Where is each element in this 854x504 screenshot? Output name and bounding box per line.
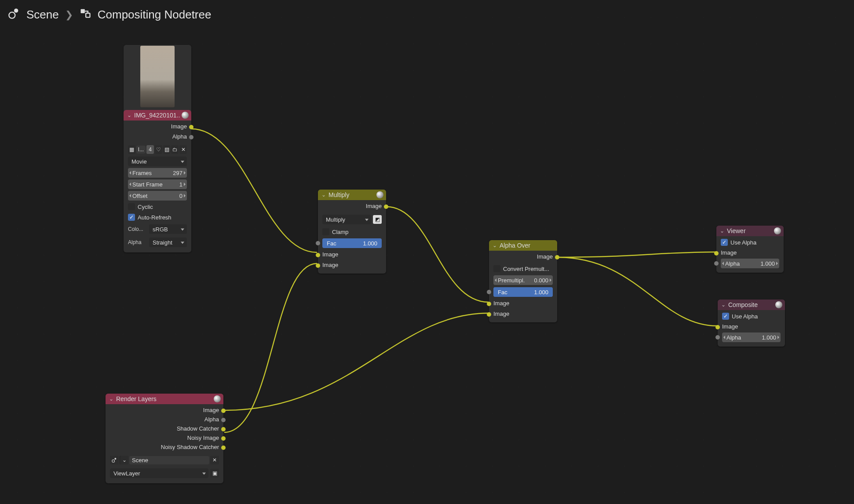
render-button-icon[interactable]: ▣ (210, 469, 219, 478)
out-image-socket[interactable] (384, 205, 388, 209)
alpha-over-node[interactable]: ⌄ Alpha Over Image Convert Premult... Pr… (489, 240, 557, 322)
alpha-label: Alpha (725, 260, 740, 267)
fake-user-icon[interactable]: ♡ (155, 145, 162, 154)
fac-socket[interactable] (487, 290, 491, 294)
collapse-toggle-icon[interactable]: ⌄ (493, 242, 497, 248)
scene-icon[interactable] (110, 456, 119, 464)
unlink-image-icon[interactable]: ✕ (179, 145, 187, 154)
node-title: IMG_942201​01.. (134, 112, 188, 119)
offset-label: Offset (132, 193, 147, 199)
node-header[interactable]: ⌄ Viewer (716, 226, 784, 236)
use-alpha-row[interactable]: ✓Use Alpha (721, 238, 779, 247)
scene-field[interactable]: Scene (129, 456, 209, 464)
clear-scene-icon[interactable]: ✕ (210, 456, 219, 464)
alpha-mode-label: Alpha (128, 239, 146, 245)
collapse-toggle-icon[interactable]: ⌄ (720, 228, 724, 234)
node-header[interactable]: ⌄ Multiply (318, 190, 386, 200)
in-alpha-socket[interactable] (714, 261, 719, 266)
alpha-value: 1.000 (762, 334, 776, 341)
image-preview (140, 46, 175, 107)
fac-slider[interactable]: Fac 1.000 (493, 287, 553, 297)
image-datablock-icon[interactable]: ▦ (128, 145, 135, 154)
cyclic-checkbox[interactable] (128, 203, 135, 210)
collapse-toggle-icon[interactable]: ⌄ (721, 302, 726, 308)
out-alpha-socket[interactable] (221, 418, 226, 422)
autorefresh-checkbox[interactable]: ✓ (128, 214, 135, 221)
out-image-socket[interactable] (221, 409, 226, 413)
use-alpha-checkbox[interactable]: ✓ (722, 313, 729, 320)
alpha-mode-dropdown[interactable]: Straight (149, 237, 187, 247)
multiply-node[interactable]: ⌄ Multiply Image Multiply ◩ Clamp Fac 1.… (318, 190, 386, 274)
collapse-toggle-icon[interactable]: ⌄ (127, 112, 131, 118)
source-dropdown[interactable]: Movie (128, 157, 187, 166)
scene-browse-chevron-icon[interactable]: ⌄ (120, 456, 128, 464)
premul-value: 0.000 (534, 277, 548, 284)
preview-orb-icon[interactable] (775, 301, 782, 308)
node-header[interactable]: ⌄ Alpha Over (489, 240, 557, 251)
convert-premul-row[interactable]: Convert Premult... (493, 264, 553, 273)
use-alpha-row[interactable]: ✓Use Alpha (722, 312, 781, 321)
in-image1-socket[interactable] (487, 302, 491, 306)
blend-mode-dropdown[interactable]: Multiply (322, 215, 371, 224)
convert-premul-checkbox[interactable] (493, 265, 500, 272)
image-name-field[interactable]: I... (136, 146, 146, 153)
clamp-checkbox[interactable] (322, 228, 329, 235)
new-image-icon[interactable]: ▧ (163, 145, 171, 154)
breadcrumb-nodetree[interactable]: Compositing Nodetree (98, 8, 212, 22)
offset-field[interactable]: Offset0 (128, 191, 187, 201)
color-ramp-icon[interactable]: ◩ (373, 215, 382, 224)
fac-socket[interactable] (316, 241, 320, 245)
viewlayer-value: ViewLayer (113, 470, 140, 477)
start-frame-field[interactable]: Start Frame1 (128, 179, 187, 189)
frames-field[interactable]: Frames297 (128, 168, 187, 178)
alpha-value-field[interactable]: Alpha1.000 (721, 259, 779, 268)
composite-node[interactable]: ⌄ Composite ✓Use Alpha Image Alpha1.000 (718, 299, 785, 347)
node-header[interactable]: ⌄ IMG_942201​01.. (124, 110, 191, 121)
out-image-socket[interactable] (189, 125, 193, 129)
out-noisyimage-label: Noisy Image (187, 435, 219, 441)
fac-slider[interactable]: Fac 1.000 (322, 238, 382, 248)
collapse-toggle-icon[interactable]: ⌄ (109, 396, 113, 402)
in-alpha-socket[interactable] (715, 335, 720, 340)
viewer-node[interactable]: ⌄ Viewer ✓Use Alpha Image Alpha1.000 (716, 226, 784, 273)
image-movie-node[interactable]: ⌄ IMG_942201​01.. Image Alpha ▦ I... 4 ♡… (124, 45, 191, 252)
user-count[interactable]: 4 (146, 145, 154, 154)
scene-icon (8, 7, 20, 22)
cyclic-checkbox-row[interactable]: Cyclic (128, 202, 187, 211)
use-alpha-checkbox[interactable]: ✓ (721, 239, 728, 246)
premultiply-field[interactable]: Premultipl.0.000 (493, 275, 553, 285)
out-noisyshadow-socket[interactable] (221, 446, 226, 450)
in-image-socket[interactable] (714, 251, 719, 256)
alpha-value-field[interactable]: Alpha1.000 (722, 332, 781, 342)
in-image2-socket[interactable] (316, 263, 320, 268)
open-image-icon[interactable]: 🗀 (171, 145, 179, 154)
in-image-socket[interactable] (715, 325, 720, 329)
clamp-checkbox-row[interactable]: Clamp (322, 227, 382, 236)
in-image2-socket[interactable] (487, 312, 491, 317)
scene-value: Scene (132, 457, 148, 464)
node-header[interactable]: ⌄ Composite (718, 299, 785, 310)
fac-value: 1.000 (363, 240, 377, 247)
out-shadowcatcher-socket[interactable] (221, 427, 226, 431)
out-shadowcatcher-label: Shadow Catcher (177, 425, 219, 432)
alpha-label: Alpha (726, 334, 741, 341)
out-image-socket[interactable] (555, 255, 559, 259)
out-noisyimage-socket[interactable] (221, 436, 226, 441)
in-image1-socket[interactable] (316, 253, 320, 257)
premul-label: Premultipl. (498, 277, 525, 284)
render-layers-node[interactable]: ⌄ Render Layers Image Alpha Shadow Catch… (106, 394, 223, 483)
viewlayer-dropdown[interactable]: ViewLayer (110, 468, 208, 478)
node-header[interactable]: ⌄ Render Layers (106, 394, 223, 404)
start-value: 1 (179, 181, 182, 188)
breadcrumb-scene[interactable]: Scene (26, 8, 59, 22)
preview-orb-icon[interactable] (376, 191, 383, 198)
colorspace-dropdown[interactable]: sRGB (149, 224, 187, 234)
out-alpha-socket[interactable] (189, 135, 193, 139)
collapse-toggle-icon[interactable]: ⌄ (321, 192, 326, 198)
preview-orb-icon[interactable] (214, 395, 221, 402)
preview-orb-icon[interactable] (182, 112, 189, 119)
blend-mode-value: Multiply (326, 216, 345, 223)
autorefresh-checkbox-row[interactable]: ✓Auto-Refresh (128, 213, 187, 222)
preview-orb-icon[interactable] (774, 227, 781, 234)
out-noisyshadow-label: Noisy Shadow Catcher (161, 444, 219, 450)
